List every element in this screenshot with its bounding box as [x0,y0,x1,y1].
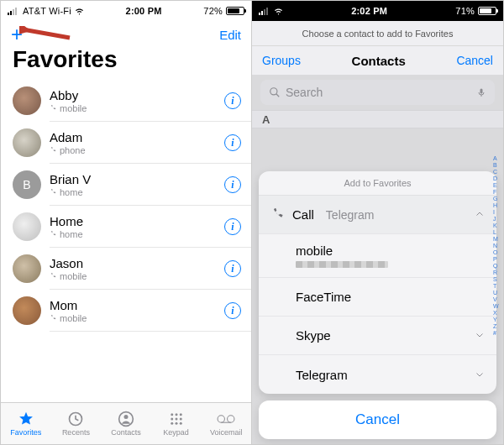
sheet-call-label: Call [292,207,314,222]
svg-rect-1 [10,11,12,15]
sheet-option-mobile[interactable]: mobile [259,234,496,278]
sheet-option-telegram[interactable]: Telegram [259,355,496,394]
favorite-row[interactable]: Mom mobile i [1,290,251,332]
battery-percent: 72% [203,6,223,16]
wifi-icon [274,7,283,16]
edit-button[interactable]: Edit [219,28,241,42]
tab-bar: Favorites Recents Contacts Keypad Voicem… [1,402,251,444]
avatar [13,128,41,157]
option-label: FaceTime [296,290,351,304]
favorite-row[interactable]: B Brian V home i [1,164,251,206]
svg-point-18 [228,416,234,422]
info-button[interactable]: i [224,302,241,319]
clock-icon [66,411,85,427]
favorite-sub: home [60,187,83,197]
section-header: A [252,110,503,128]
keypad-icon [167,411,186,427]
svg-point-11 [171,418,173,421]
phone-icon [270,208,284,222]
tab-label: Favorites [10,428,41,437]
info-button[interactable]: i [224,92,241,109]
sheet-row-call[interactable]: Call Telegram [259,196,496,234]
svg-point-17 [218,416,224,422]
page-title: Favorites [1,44,251,80]
search-icon [269,86,281,98]
tab-label: Keypad [163,428,189,437]
favorite-name: Adam [50,130,224,144]
signal-icon [8,7,19,15]
svg-line-25 [276,94,280,97]
picker-nav: Groups Contacts Cancel [252,46,503,75]
favorite-name: Jason [50,256,224,270]
chevron-up-icon [475,207,485,222]
svg-point-24 [270,88,277,95]
favorite-row[interactable]: Adam phone i [1,122,251,164]
favorite-row[interactable]: Abby mobile i [1,80,251,122]
tab-label: Recents [62,428,90,437]
svg-rect-2 [13,9,14,15]
info-button[interactable]: i [224,260,241,277]
contact-picker-screen: 2:02 PM 71% Choose a contact to add to F… [252,1,503,444]
svg-rect-20 [259,13,260,15]
avatar [13,212,41,241]
tab-contacts[interactable]: Contacts [101,403,151,444]
tab-keypad[interactable]: Keypad [151,403,202,444]
favorites-screen: AT&T Wi-Fi 2:00 PM 72% + Edit Favorites … [1,1,252,444]
favorite-name: Brian V [50,172,224,186]
favorite-sub: phone [60,145,86,155]
option-label: mobile [296,243,333,258]
avatar: B [13,170,41,199]
phone-icon [50,189,56,196]
nav-bar: + Edit [1,21,251,44]
tab-label: Contacts [111,428,141,437]
favorite-name: Abby [50,88,224,102]
battery-percent: 71% [455,6,475,16]
avatar [13,254,41,283]
favorites-list: Abby mobile i Adam phone i B Brian V hom… [1,80,251,402]
tab-voicemail[interactable]: Voicemail [201,403,251,444]
signal-icon [259,7,270,15]
favorite-name: Home [50,214,224,228]
svg-rect-3 [15,8,17,15]
tab-favorites[interactable]: Favorites [1,403,51,444]
favorite-sub: mobile [60,271,87,281]
favorite-name: Mom [50,298,224,312]
index-rail[interactable]: ABCDEFGHIJKLMNOPQRSTUVWXYZ# [493,155,501,336]
sheet-cancel-button[interactable]: Cancel [259,400,496,439]
battery-icon [478,7,496,15]
svg-point-12 [175,418,177,421]
tab-recents[interactable]: Recents [51,403,102,444]
action-sheet: Add to Favorites Call Telegram mobile Fa… [259,171,496,439]
wifi-icon [75,7,84,16]
svg-point-14 [171,422,173,425]
avatar [13,86,41,115]
groups-button[interactable]: Groups [262,54,301,67]
sheet-option-facetime[interactable]: FaceTime [259,278,496,317]
sheet-option-skype[interactable]: Skype [259,317,496,355]
contact-icon [117,411,135,427]
phone-icon [50,231,56,238]
favorite-row[interactable]: Home home i [1,206,251,248]
mic-icon[interactable] [476,86,486,99]
tab-label: Voicemail [210,428,243,437]
search-field[interactable]: Search [260,80,495,105]
info-button[interactable]: i [224,218,241,235]
statusbar: AT&T Wi-Fi 2:00 PM 72% [1,1,251,21]
avatar [13,296,41,325]
favorite-sub: mobile [60,313,87,323]
svg-point-15 [175,422,177,425]
picker-instruction: Choose a contact to add to Favorites [252,21,503,46]
phone-icon [50,273,56,280]
cancel-button[interactable]: Cancel [456,54,493,67]
phone-icon [50,105,56,112]
phone-icon [50,147,56,154]
info-button[interactable]: i [224,176,241,193]
svg-rect-26 [480,89,483,94]
favorite-row[interactable]: Jason mobile i [1,248,251,290]
status-time: 2:00 PM [126,6,162,16]
star-icon [17,411,35,427]
favorite-sub: mobile [60,103,87,113]
info-button[interactable]: i [224,134,241,151]
status-time: 2:02 PM [351,6,387,16]
add-button[interactable]: + [11,24,23,44]
